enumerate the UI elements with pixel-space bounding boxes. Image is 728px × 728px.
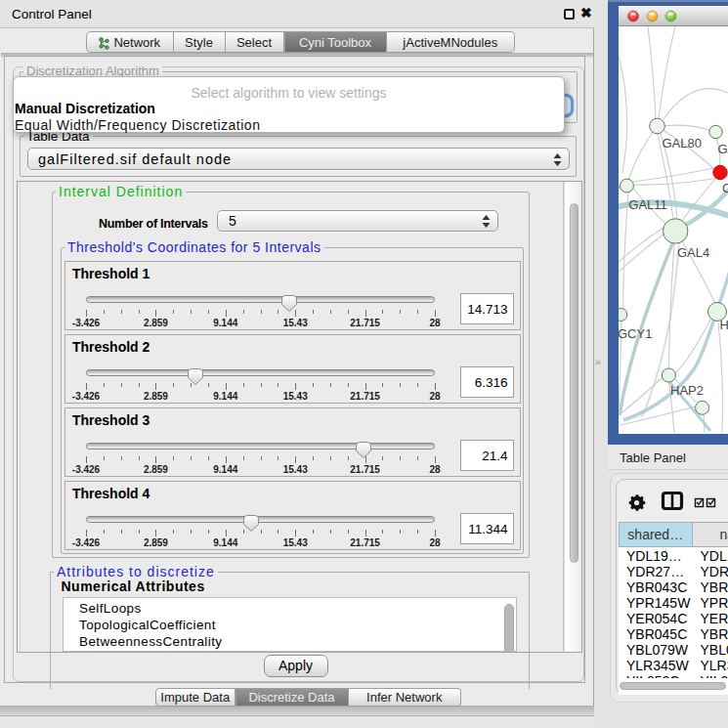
svg-text:HA: HA (719, 318, 728, 332)
svg-text:GAL4: GAL4 (677, 245, 709, 260)
svg-text:CO: CO (722, 181, 728, 195)
svg-text:GAL11: GAL11 (628, 197, 667, 212)
svg-text:HAP2: HAP2 (670, 383, 704, 398)
svg-text:GCY1: GCY1 (619, 326, 652, 341)
svg-text:GA: GA (717, 142, 728, 156)
svg-text:GAL80: GAL80 (662, 136, 701, 150)
